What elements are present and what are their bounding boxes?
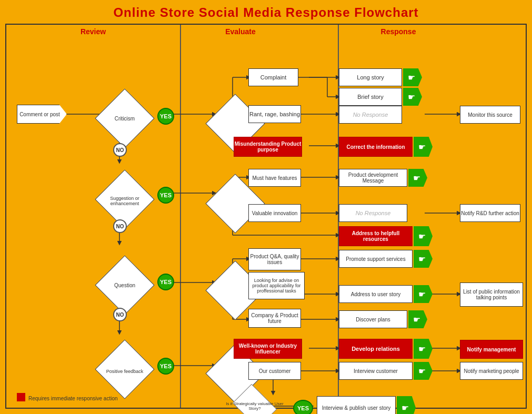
col-header-response: Response: [364, 27, 433, 36]
product-dev-hand[interactable]: ☛: [408, 169, 427, 187]
address-helpful-box: Address to helpfull resources: [339, 226, 413, 246]
notify-marketing-box: Notify marketing people: [460, 362, 523, 380]
flowchart-area: Review Evaluate Response: [5, 24, 527, 409]
col-header-review: Review: [59, 27, 127, 36]
col-header-evaluate: Evaluate: [206, 27, 275, 36]
no-response-2-box: No Response: [339, 204, 407, 222]
develop-relations-hand[interactable]: ☛: [414, 339, 433, 359]
valuable-box: Valuable innovation: [248, 204, 301, 222]
page-title: Online Store Social Media Response Flowc…: [0, 0, 532, 23]
brief-story-box: Brief story: [339, 88, 402, 106]
interview-customer-box: Interview customer: [339, 362, 413, 380]
interview-customer-hand[interactable]: ☛: [414, 362, 433, 380]
strategically-yes-circle: YES: [293, 400, 313, 414]
list-public-box: List of public information talking point…: [460, 282, 523, 307]
develop-relations-box: Develop relations: [339, 339, 413, 359]
interview-publish-box: Interview & publish user story: [317, 396, 396, 414]
well-known-box: Well-known or Industry Influencer: [234, 339, 302, 359]
our-customer-box: Our customer: [248, 362, 301, 380]
brief-story-hand[interactable]: ☛: [403, 88, 422, 106]
looking-advise-box: Looking for advise on product applicabil…: [248, 272, 305, 299]
promote-support-hand[interactable]: ☛: [414, 250, 433, 268]
comment-post-node: Comment or post: [17, 105, 67, 124]
legend-text: Requires immediate responsive action: [28, 396, 118, 401]
promote-support-box: Promote support services: [339, 250, 413, 268]
notify-rd-box: Notify R&D further action: [460, 204, 520, 222]
discover-plans-hand[interactable]: ☛: [408, 310, 427, 328]
main-container: Online Store Social Media Response Flowc…: [0, 0, 532, 414]
product-dev-box: Product development Message: [339, 169, 407, 187]
suggestion-no-circle: NO: [113, 219, 127, 233]
address-user-story-box: Address to user story: [339, 285, 413, 303]
legend-red-box: [17, 393, 25, 401]
divider-1: [180, 25, 181, 408]
complaint-box: Complaint: [248, 68, 298, 86]
no-response-1-box: No Response: [339, 106, 402, 124]
address-user-story-hand[interactable]: ☛: [414, 285, 433, 303]
product-qa-box: Product Q&A, quality issues: [248, 248, 301, 270]
company-product-box: Company & Product future: [248, 309, 301, 328]
must-have-box: Must have features: [248, 169, 301, 187]
long-story-box: Long story: [339, 68, 402, 86]
criticism-no-circle: NO: [113, 143, 127, 157]
discover-plans-box: Discover plans: [339, 310, 407, 328]
suggestion-yes-circle: YES: [157, 187, 174, 204]
monitor-source-box: Monitor this source: [460, 106, 520, 124]
notify-management-box: Notify management: [460, 340, 523, 359]
question-no-circle: NO: [113, 308, 127, 321]
correct-info-hand[interactable]: ☛: [414, 137, 433, 157]
positive-yes-circle: YES: [157, 358, 174, 375]
rant-box: Rant, rage, bashing: [248, 105, 301, 123]
correct-info-box: Correct the information: [339, 137, 413, 157]
question-diamond: [95, 255, 154, 315]
suggestion-diamond: [95, 169, 154, 229]
question-yes-circle: YES: [157, 274, 174, 290]
criticism-yes-circle: YES: [157, 108, 174, 125]
misunderstanding-box: Misunderstanding Product purpose: [234, 137, 302, 157]
long-story-hand[interactable]: ☛: [403, 68, 422, 86]
address-helpful-hand[interactable]: ☛: [414, 226, 433, 246]
criticism-diamond: [95, 88, 154, 148]
interview-publish-hand[interactable]: ☛: [397, 396, 416, 414]
positive-feedback-diamond: [95, 339, 154, 399]
